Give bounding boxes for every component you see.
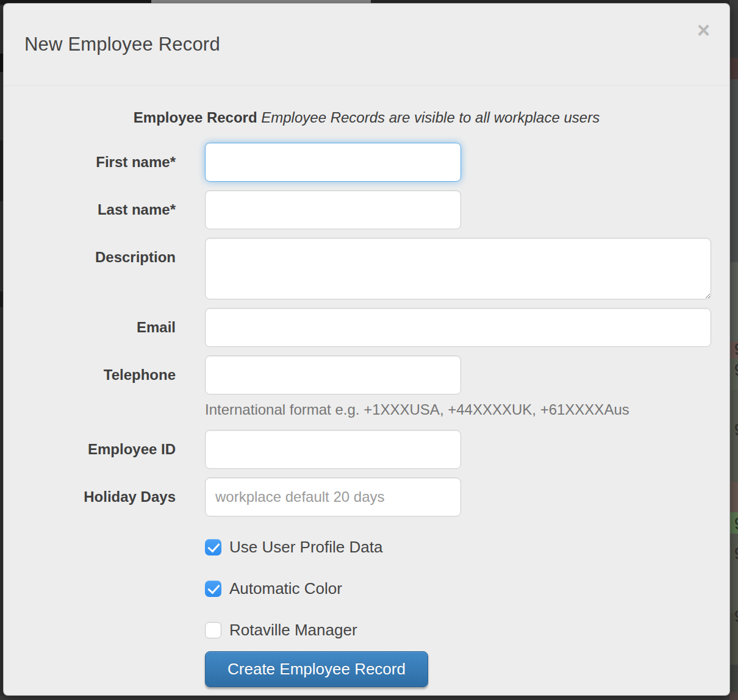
last-name-label: Last name*	[22, 190, 176, 219]
checkbox-rotaville-manager[interactable]: Rotaville Manager	[205, 621, 711, 640]
modal-header: New Employee Record ×	[4, 4, 729, 86]
form-row-first-name: First name*	[22, 143, 711, 182]
description-textarea[interactable]	[205, 238, 711, 299]
form-row-employee-id: Employee ID	[22, 430, 711, 469]
description-label: Description	[22, 238, 176, 266]
checkbox-use-user-profile-data[interactable]: Use User Profile Data	[205, 538, 711, 557]
last-name-input[interactable]	[205, 190, 461, 229]
form-row-email: Email	[22, 308, 711, 347]
backdrop-digit: 9	[734, 361, 738, 380]
control-col	[205, 143, 711, 182]
backdrop-digit: 9	[734, 545, 738, 563]
form-row-telephone: Telephone International format e.g. +1XX…	[22, 355, 711, 430]
backdrop-segment	[729, 262, 738, 341]
form-legend: Employee Record Employee Records are vis…	[22, 109, 711, 127]
control-col	[205, 430, 711, 469]
legend-title: Employee Record	[134, 109, 257, 126]
form-row-holiday-days: Holiday Days	[22, 477, 711, 516]
form-row-description: Description	[22, 238, 711, 299]
backdrop-segment	[729, 58, 738, 79]
control-col: International format e.g. +1XXXUSA, +44X…	[205, 355, 711, 430]
backdrop-segment	[729, 665, 738, 692]
telephone-input[interactable]	[205, 355, 461, 395]
backdrop-segment	[729, 79, 738, 262]
checkbox-label: Rotaville Manager	[229, 621, 357, 640]
checkbox-checked-icon[interactable]	[205, 580, 221, 597]
modal-title: New Employee Record	[24, 34, 220, 55]
checkbox-label: Use User Profile Data	[229, 538, 382, 557]
checkbox-section: Use User Profile Data Automatic Color Ro…	[22, 538, 711, 640]
modal-body: Employee Record Employee Records are vis…	[4, 109, 729, 696]
telephone-label: Telephone	[22, 355, 176, 384]
first-name-label: First name*	[22, 143, 176, 171]
close-icon[interactable]: ×	[697, 20, 710, 41]
control-col	[205, 238, 711, 299]
backdrop-segment	[729, 0, 738, 58]
holiday-days-input[interactable]	[205, 477, 461, 516]
backdrop-segment	[729, 482, 738, 512]
checkbox-label: Automatic Color	[229, 579, 342, 598]
checkbox-unchecked-icon[interactable]	[205, 622, 221, 638]
backdrop-digit: 9	[734, 607, 738, 626]
holiday-days-label: Holiday Days	[22, 477, 176, 506]
control-col	[205, 477, 711, 516]
email-input[interactable]	[205, 308, 711, 347]
checkbox-checked-icon[interactable]	[205, 539, 221, 555]
control-col	[205, 190, 711, 229]
backdrop-digit: 9	[734, 515, 738, 534]
backdrop-digit: 9	[734, 340, 738, 359]
employee-id-label: Employee ID	[22, 430, 176, 459]
backdrop-segment	[0, 696, 738, 700]
control-col	[205, 308, 711, 347]
form-row-last-name: Last name*	[22, 190, 711, 229]
create-employee-record-button[interactable]: Create Employee Record	[205, 651, 428, 687]
new-employee-record-modal: New Employee Record × Employee Record Em…	[3, 3, 730, 696]
checkbox-automatic-color[interactable]: Automatic Color	[205, 579, 711, 598]
backdrop-right-strip: 9 9 9 9 9 9	[729, 0, 738, 700]
email-label: Email	[22, 308, 176, 337]
first-name-input[interactable]	[205, 143, 461, 182]
telephone-help-text: International format e.g. +1XXXUSA, +44X…	[205, 401, 711, 418]
legend-note: Employee Records are visible to all work…	[261, 109, 600, 126]
backdrop-digit: 9	[734, 421, 738, 440]
employee-id-input[interactable]	[205, 430, 461, 469]
backdrop-segment	[729, 692, 738, 700]
